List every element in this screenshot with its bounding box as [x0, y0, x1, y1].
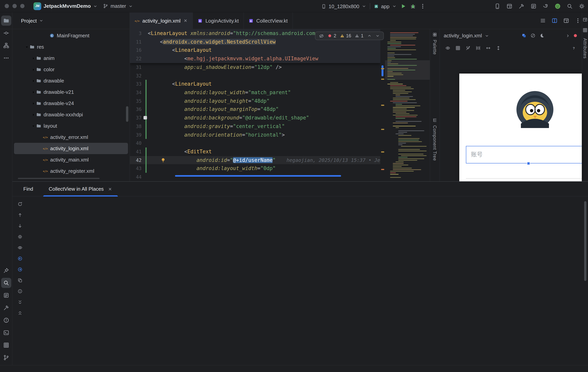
autoconnect-off-icon[interactable] — [465, 45, 471, 51]
notifications-window-icon[interactable] — [583, 17, 588, 22]
tab-CollectView.kt[interactable]: KCollectView.kt — [244, 12, 293, 29]
logcat-icon[interactable] — [530, 3, 537, 9]
editor-error-stripe[interactable] — [380, 29, 385, 181]
run-button[interactable] — [400, 3, 406, 9]
device-frame-icon[interactable] — [476, 45, 481, 51]
split-editor-icon[interactable] — [551, 18, 558, 24]
username-input-preview[interactable]: 账号 — [466, 146, 582, 163]
chevron-right-icon[interactable] — [30, 78, 36, 83]
code-line-38[interactable]: 38 android:gravity="center_vertical" — [130, 122, 380, 130]
tree-item-drawable-v24[interactable]: drawable-v24 — [14, 98, 128, 109]
find-results-tab[interactable]: CollectView in All Places — [43, 182, 118, 196]
gradle-sync-icon[interactable] — [543, 3, 549, 9]
code-editor[interactable]: 31 app:ui_shadowElevation="12dp" />3233 … — [130, 29, 380, 181]
export-results-button[interactable] — [16, 276, 24, 285]
find-tool-button[interactable] — [1, 278, 11, 288]
tree-item-drawable-v21[interactable]: drawable-v21 — [14, 86, 128, 98]
editor-layout-icon[interactable] — [563, 18, 569, 24]
code-line-36[interactable]: 36 android:layout_marginTop="48dp" — [130, 105, 380, 114]
user-avatar-icon[interactable] — [555, 3, 561, 9]
editor-horizontal-scrollbar[interactable] — [175, 175, 341, 177]
chevron-down-icon[interactable] — [30, 124, 36, 128]
tab-LoginActivity.kt[interactable]: KLoginActivity.kt — [193, 12, 244, 29]
tree-item-activity_register.xml[interactable]: </>activity_register.xml — [14, 165, 128, 177]
chevron-right-icon[interactable] — [30, 56, 36, 61]
device-mirroring-icon[interactable] — [494, 3, 501, 9]
code-minimap[interactable] — [385, 29, 430, 181]
attributes-stripe-button[interactable]: Attributes — [583, 38, 588, 59]
project-tool-button[interactable] — [1, 16, 11, 26]
settings-icon[interactable] — [579, 3, 585, 9]
show-grid-icon[interactable] — [455, 45, 461, 51]
editor-menu-icon[interactable] — [540, 18, 546, 24]
services-tool-button[interactable] — [1, 340, 11, 350]
code-line-39[interactable]: 39 android:orientation="horizontal"> — [130, 130, 380, 139]
code-line-33[interactable]: 33 <LinearLayout — [130, 80, 380, 88]
code-line-44[interactable]: 44 — [130, 173, 380, 181]
version-control-tool-button[interactable] — [1, 352, 11, 363]
chevron-down-icon[interactable] — [24, 44, 30, 49]
view-options-icon[interactable] — [445, 45, 450, 51]
tree-item-drawable[interactable]: drawable — [14, 75, 128, 86]
tree-item-drawable-xxxhdpi[interactable]: drawable-xxxhdpi — [14, 109, 128, 120]
tab-activity_login.xml[interactable]: </>activity_login.xml — [130, 12, 193, 29]
build-tool-button[interactable] — [1, 303, 11, 313]
collapse-all-button[interactable] — [16, 308, 24, 317]
tree-scrollbar[interactable] — [126, 106, 128, 122]
previous-occurrence-button[interactable] — [16, 211, 24, 219]
error-stripe-mark[interactable] — [381, 68, 384, 69]
code-line-37[interactable]: 37 android:background="@drawable/edit_sh… — [130, 114, 380, 122]
rerun-search-button[interactable] — [16, 200, 24, 208]
more-actions-icon[interactable] — [420, 3, 426, 9]
orientation-icon[interactable] — [486, 45, 491, 51]
chevron-right-icon[interactable] — [30, 112, 36, 117]
project-widget[interactable]: JM JetpackMvvmDemo — [33, 2, 98, 10]
close-icon[interactable] — [183, 18, 188, 23]
window-close-button[interactable] — [5, 4, 9, 8]
code-line-35[interactable]: 35 android:layout_height="48dp" — [130, 97, 380, 105]
next-occurrence-button[interactable] — [16, 221, 24, 230]
chevron-right-icon[interactable] — [30, 67, 36, 72]
inspections-widget[interactable]: 2 16 1 — [315, 32, 384, 40]
todo-tool-button[interactable] — [1, 290, 11, 300]
help-icon[interactable]: ? — [571, 45, 576, 51]
emulator-window-icon[interactable] — [583, 28, 588, 33]
palette-icon[interactable] — [432, 32, 437, 37]
design-mode-icon[interactable] — [522, 33, 526, 38]
error-stripe-mark[interactable] — [381, 169, 384, 170]
window-zoom-button[interactable] — [20, 4, 24, 8]
weak-warning-count[interactable]: 1 — [355, 33, 363, 39]
editor-vertical-scrollbar[interactable] — [381, 65, 383, 76]
intention-bulb-icon[interactable] — [160, 157, 166, 163]
window-minimize-button[interactable] — [12, 4, 17, 8]
chevron-right-icon[interactable] — [30, 101, 36, 106]
find-scrollbar[interactable] — [584, 201, 587, 281]
layout-inspector-icon[interactable] — [506, 3, 513, 9]
chevron-down-icon[interactable] — [375, 33, 380, 38]
code-line-40[interactable]: 40 — [130, 139, 380, 147]
search-settings-button[interactable] — [16, 232, 24, 241]
distribute-vertical-icon[interactable] — [496, 45, 501, 51]
expand-all-button[interactable] — [16, 298, 24, 306]
error-stripe-mark[interactable] — [381, 105, 384, 106]
selection-handle[interactable] — [527, 162, 530, 165]
tree-item-MainFragment[interactable]: CMainFragment — [14, 30, 128, 41]
code-line-22[interactable]: 22 <me.hgj.jetpackmvvm.widget.alpha.UIIm… — [130, 54, 380, 63]
chevron-right-icon[interactable] — [30, 90, 36, 94]
vcs-branch-widget[interactable]: master — [103, 3, 133, 9]
project-panel-header[interactable]: Project — [12, 12, 130, 29]
night-mode-preview-icon[interactable] — [539, 33, 545, 38]
design-file-name[interactable]: activity_login.xml — [444, 33, 482, 39]
code-line-16[interactable]: 16 <LinearLayout — [130, 46, 380, 54]
device-selector[interactable]: 10_1280x800 — [321, 3, 366, 9]
more-tool-windows-button[interactable] — [1, 53, 11, 63]
search-everywhere-icon[interactable] — [567, 3, 573, 9]
layout-preview-canvas[interactable]: 账号 — [459, 74, 582, 181]
problems-tool-button[interactable] — [1, 315, 11, 325]
error-stripe-mark[interactable] — [381, 79, 384, 80]
navigate-forward-button[interactable] — [16, 265, 24, 274]
editor-more-icon[interactable] — [575, 18, 581, 24]
code-line-41[interactable]: 41 <EditText — [130, 148, 380, 156]
commit-tool-button[interactable] — [1, 28, 11, 38]
close-icon[interactable] — [107, 187, 112, 191]
